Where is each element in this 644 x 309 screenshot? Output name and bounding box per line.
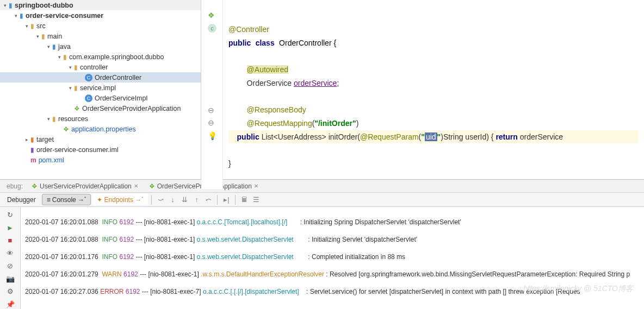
spring-icon: ❖ — [63, 125, 69, 133]
resume-icon[interactable]: ► — [5, 223, 15, 233]
package-icon: ▮ — [74, 64, 78, 71]
evaluate-icon[interactable]: 🖩 — [239, 194, 250, 205]
chevron-down-icon: ▾ — [12, 13, 20, 18]
run-to-cursor-icon[interactable]: ▸| — [221, 194, 232, 205]
tree-package[interactable]: ▾▮com.example.springboot.dubbo — [0, 52, 201, 62]
chevron-down-icon: ▾ — [55, 54, 63, 60]
chevron-right-icon: ▸ — [23, 137, 30, 142]
spring-icon: ❖ — [149, 182, 155, 190]
tree-file-provider-app[interactable]: ❖OrderServiceProviderApplication — [0, 103, 201, 113]
debug-tabs-bar: ebug: ❖UserServiceProviderApplication✕ ❖… — [0, 180, 644, 193]
settings-icon[interactable]: ⚙ — [5, 287, 15, 297]
folder-icon: ▮ — [30, 136, 34, 143]
console-output[interactable]: 2020-01-07 16:20:01.088 INFO 6192 --- [n… — [21, 207, 644, 309]
run-config-tab-1[interactable]: ❖UserServiceProviderApplication✕ — [26, 181, 144, 191]
separator — [235, 195, 236, 205]
step-out-icon[interactable]: ↑ — [191, 194, 202, 205]
tree-controller-pkg[interactable]: ▾▮controller — [0, 62, 201, 72]
step-over-icon[interactable]: ⤻ — [155, 194, 166, 205]
console-tab[interactable]: ≡Console →* — [42, 194, 91, 205]
class-icon: C — [85, 74, 92, 81]
close-icon[interactable]: ✕ — [254, 183, 258, 189]
editor-gutter[interactable]: ❖ c ⊖ ⊖ 💡 — [201, 0, 223, 189]
editor-area: ❖ c ⊖ ⊖ 💡 @Controller public class Order… — [201, 0, 644, 179]
console-icon: ≡ — [47, 196, 51, 204]
endpoints-tab[interactable]: ✦ Endpoints →* — [92, 194, 148, 205]
folder-icon: ▮ — [52, 115, 56, 123]
tree-target[interactable]: ▸▮target — [0, 134, 201, 144]
mute-breakpoints-icon[interactable]: ⊘ — [5, 261, 15, 271]
class-icon: C — [85, 94, 92, 102]
console-side-toolbar: ↻ ► ■ 👁 ⊘ 📷 ⚙ 📌 — [0, 207, 21, 309]
debug-toolbar: Debugger ≡Console →* ✦ Endpoints →* ⤻ ↓ … — [0, 193, 644, 207]
bean-icon: c — [208, 24, 216, 33]
maven-icon: m — [30, 156, 36, 164]
tree-main[interactable]: ▾▮main — [0, 31, 201, 41]
project-tree[interactable]: ▾▮springboot-dubbo ▾▮order-service-consu… — [0, 0, 201, 179]
close-icon[interactable]: ✕ — [134, 183, 138, 189]
drop-frame-icon[interactable]: ⤺ — [203, 194, 214, 205]
tree-src[interactable]: ▾▮src — [0, 21, 201, 31]
tree-service-pkg[interactable]: ▾▮service.impl — [0, 83, 201, 93]
package-icon: ▮ — [74, 84, 78, 92]
chevron-down-icon: ▾ — [34, 34, 41, 39]
tree-file-pom[interactable]: mpom.xml — [0, 155, 201, 165]
force-step-icon[interactable]: ⇊ — [179, 194, 190, 205]
chevron-down-icon: ▾ — [1, 3, 9, 8]
separator — [217, 195, 218, 205]
dump-icon[interactable]: 📷 — [5, 274, 15, 284]
tree-resources[interactable]: ▾▮resources — [0, 113, 201, 124]
code-editor[interactable]: @Controller public class OrderController… — [223, 0, 644, 189]
tree-java[interactable]: ▾▮java — [0, 41, 201, 52]
separator — [151, 195, 152, 205]
tree-file-orderserviceimpl[interactable]: COrderServiceImpl — [0, 93, 201, 103]
chevron-down-icon: ▾ — [45, 44, 52, 49]
endpoints-icon: ✦ — [97, 196, 102, 204]
chevron-down-icon: ▾ — [23, 23, 30, 29]
folder-icon: ▮ — [9, 2, 13, 9]
tree-root[interactable]: ▾▮springboot-dubbo — [0, 0, 201, 10]
tree-file-iml[interactable]: ▮order-service-consumer.iml — [0, 144, 201, 155]
folder-icon: ▮ — [41, 33, 45, 40]
spring-icon: ❖ — [32, 182, 38, 190]
debugger-tab[interactable]: Debugger — [2, 194, 41, 205]
stop-icon[interactable]: ■ — [5, 236, 15, 245]
tree-file-properties[interactable]: ❖application.properties — [0, 124, 201, 134]
view-breakpoints-icon[interactable]: 👁 — [5, 249, 15, 258]
spring-icon: ❖ — [74, 105, 80, 112]
rerun-icon[interactable]: ↻ — [5, 210, 15, 220]
fold-icon[interactable]: ⊖ — [208, 118, 214, 127]
debug-panel: ebug: ❖UserServiceProviderApplication✕ ❖… — [0, 179, 644, 309]
tree-module[interactable]: ▾▮order-service-consumer — [0, 10, 201, 21]
file-icon: ▮ — [30, 146, 34, 154]
package-icon: ▮ — [63, 53, 67, 61]
folder-icon: ▮ — [30, 22, 34, 30]
chevron-down-icon: ▾ — [66, 85, 74, 91]
debug-label: ebug: — [3, 182, 26, 190]
trace-icon[interactable]: ☰ — [251, 194, 262, 205]
chevron-down-icon: ▾ — [66, 65, 74, 70]
folder-icon: ▮ — [52, 43, 56, 51]
bulb-icon[interactable]: 💡 — [208, 131, 217, 140]
pin-icon[interactable]: 📌 — [5, 300, 15, 310]
chevron-down-icon: ▾ — [45, 116, 52, 122]
step-into-icon[interactable]: ↓ — [167, 194, 178, 205]
tree-file-ordercontroller[interactable]: COrderController — [0, 72, 201, 83]
fold-icon[interactable]: ⊖ — [208, 106, 214, 115]
folder-icon: ▮ — [20, 12, 23, 20]
spring-icon: ❖ — [208, 11, 215, 20]
